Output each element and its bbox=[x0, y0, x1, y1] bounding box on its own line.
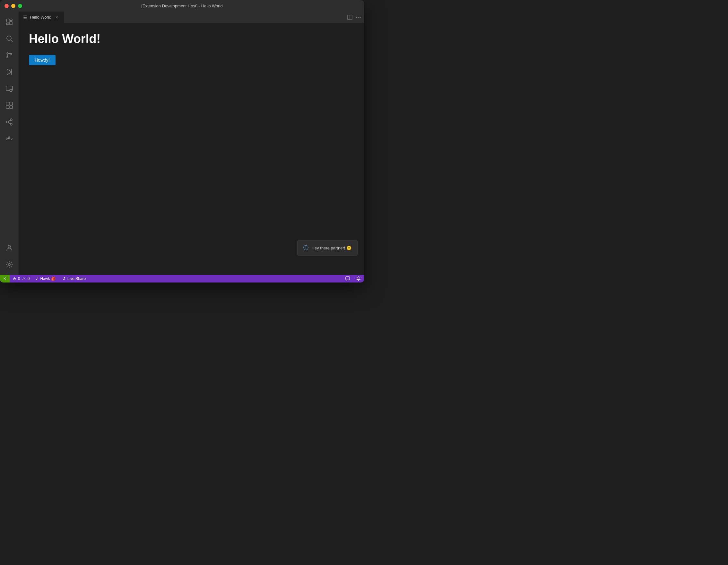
svg-rect-3 bbox=[6, 23, 9, 25]
close-button[interactable] bbox=[4, 4, 9, 8]
svg-rect-28 bbox=[10, 138, 11, 139]
svg-rect-1 bbox=[10, 19, 12, 21]
errors-count: 0 bbox=[18, 276, 20, 281]
branch-label: Hawk 🎒 bbox=[40, 276, 56, 281]
status-bar-left: ✕ ⊗ 0 ⚠ 0 ⑇ Hawk 🎒 ↺ Live Share bbox=[0, 275, 89, 283]
activity-bar bbox=[0, 12, 19, 275]
maximize-button[interactable] bbox=[18, 4, 22, 8]
accounts-icon[interactable] bbox=[2, 240, 17, 256]
svg-point-4 bbox=[7, 36, 11, 40]
branch-icon: ⑇ bbox=[36, 276, 38, 281]
activity-bar-top bbox=[2, 14, 17, 240]
tab-spacer bbox=[65, 12, 344, 23]
svg-rect-17 bbox=[6, 106, 9, 109]
remote-icon: ✕ bbox=[3, 276, 6, 281]
status-bar: ✕ ⊗ 0 ⚠ 0 ⑇ Hawk 🎒 ↺ Live Share bbox=[0, 275, 364, 283]
extensions-icon[interactable] bbox=[2, 98, 17, 113]
svg-point-33 bbox=[356, 17, 357, 18]
errors-warnings-section[interactable]: ⊗ 0 ⚠ 0 bbox=[10, 275, 33, 283]
remote-status-button[interactable]: ✕ bbox=[0, 275, 10, 283]
title-bar: [Extension Development Host] - Hello Wor… bbox=[0, 0, 364, 12]
svg-point-34 bbox=[358, 17, 359, 18]
status-bar-right bbox=[342, 275, 364, 283]
svg-rect-26 bbox=[9, 138, 10, 139]
tab-bar: ☰ Hello World × bbox=[19, 12, 364, 23]
activity-bar-bottom bbox=[2, 240, 17, 275]
svg-point-35 bbox=[360, 17, 361, 18]
errors-icon: ⊗ bbox=[13, 276, 16, 281]
traffic-lights bbox=[4, 4, 22, 8]
liveshare-section[interactable]: ↺ Live Share bbox=[59, 275, 89, 283]
editor-area: ☰ Hello World × bbox=[19, 12, 364, 275]
source-control-icon[interactable] bbox=[2, 48, 17, 63]
tab-label: Hello World bbox=[30, 15, 51, 20]
live-share-icon[interactable] bbox=[2, 114, 17, 130]
page-title: Hello World! bbox=[29, 32, 354, 46]
feedback-icon[interactable] bbox=[342, 275, 353, 283]
editor-content: Hello World! Howdy! ⓘ Hey there partner!… bbox=[19, 23, 364, 275]
svg-rect-36 bbox=[346, 277, 350, 280]
tab-close-button[interactable]: × bbox=[54, 14, 60, 20]
svg-rect-27 bbox=[9, 137, 10, 138]
liveshare-icon: ↺ bbox=[62, 276, 65, 281]
svg-rect-25 bbox=[7, 138, 8, 139]
svg-rect-18 bbox=[10, 106, 13, 109]
tab-actions bbox=[344, 12, 364, 23]
branch-section[interactable]: ⑇ Hawk 🎒 bbox=[33, 275, 59, 283]
more-actions-icon[interactable] bbox=[356, 15, 361, 20]
split-editor-icon[interactable] bbox=[347, 15, 352, 20]
svg-line-5 bbox=[11, 40, 13, 42]
notification-toast: ⓘ Hey there partner! 🙂 bbox=[297, 240, 358, 256]
run-debug-icon[interactable] bbox=[2, 64, 17, 80]
notifications-icon[interactable] bbox=[353, 275, 364, 283]
svg-point-21 bbox=[10, 123, 12, 125]
svg-marker-9 bbox=[7, 69, 12, 75]
svg-rect-16 bbox=[10, 102, 13, 105]
notification-message: Hey there partner! 🙂 bbox=[312, 246, 351, 250]
svg-rect-0 bbox=[6, 19, 9, 22]
tab-file-icon: ☰ bbox=[23, 15, 27, 20]
svg-line-22 bbox=[8, 123, 11, 124]
liveshare-label: Live Share bbox=[67, 276, 86, 281]
minimize-button[interactable] bbox=[11, 4, 15, 8]
svg-point-20 bbox=[6, 121, 8, 123]
settings-icon[interactable] bbox=[2, 257, 17, 272]
warnings-count: 0 bbox=[28, 276, 30, 281]
window-title: [Extension Development Host] - Hello Wor… bbox=[141, 4, 222, 8]
warnings-icon: ⚠ bbox=[22, 276, 26, 281]
remote-explorer-icon[interactable] bbox=[2, 81, 17, 96]
info-icon: ⓘ bbox=[303, 245, 308, 251]
search-icon[interactable] bbox=[2, 31, 17, 46]
docker-icon[interactable] bbox=[2, 131, 17, 146]
svg-rect-2 bbox=[10, 22, 12, 25]
howdy-button[interactable]: Howdy! bbox=[29, 55, 56, 65]
explorer-icon[interactable] bbox=[2, 14, 17, 30]
svg-line-23 bbox=[8, 120, 11, 122]
svg-rect-15 bbox=[6, 102, 9, 105]
app-body: ☰ Hello World × bbox=[0, 12, 364, 275]
svg-point-29 bbox=[8, 245, 11, 248]
svg-point-30 bbox=[8, 264, 10, 265]
tab-hello-world[interactable]: ☰ Hello World × bbox=[19, 12, 65, 23]
svg-point-19 bbox=[10, 119, 12, 121]
